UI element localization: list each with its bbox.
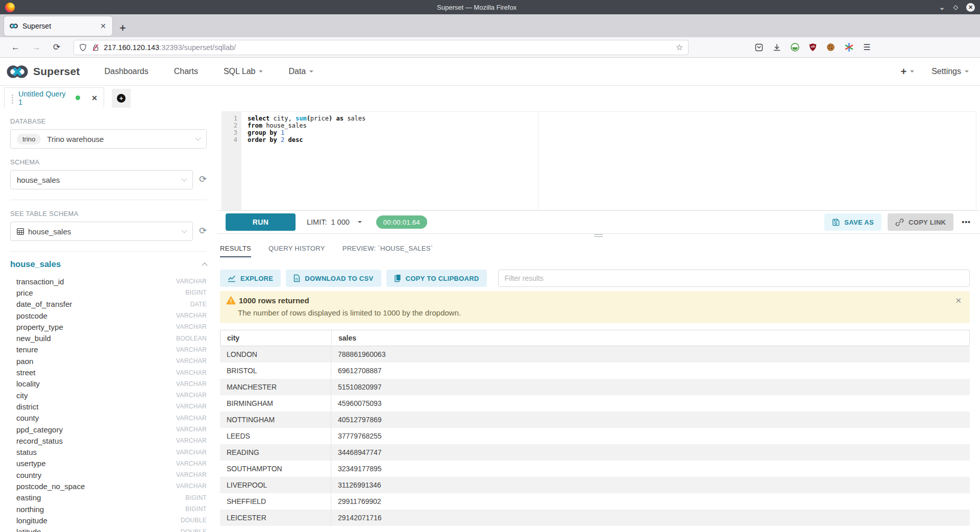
cell-sales: 51510820997 bbox=[331, 379, 970, 395]
close-window-button[interactable]: ✕ bbox=[966, 3, 975, 12]
editor-gutter: 1234 bbox=[222, 112, 241, 210]
column-type: DOUBLE bbox=[181, 517, 207, 524]
table-select[interactable]: house_sales bbox=[10, 222, 193, 241]
url-text[interactable]: 217.160.120.143:32393/superset/sqllab/ bbox=[104, 43, 676, 52]
explore-button[interactable]: EXPLORE bbox=[220, 270, 281, 287]
superset-navbar: Superset Dashboards Charts SQL Lab Data … bbox=[0, 58, 980, 86]
cell-city: BRISTOL bbox=[220, 362, 331, 379]
close-tab-icon[interactable]: ✕ bbox=[99, 22, 107, 30]
schema-value: house_sales bbox=[17, 176, 60, 184]
column-row: tenureVARCHAR bbox=[10, 344, 207, 355]
chart-icon bbox=[228, 275, 236, 282]
column-type: VARCHAR bbox=[176, 426, 207, 433]
tab-preview-house-sales[interactable]: PREVIEW: `HOUSE_SALES` bbox=[342, 245, 433, 257]
filter-results-input[interactable] bbox=[498, 270, 970, 287]
copy-clipboard-button[interactable]: COPY TO CLIPBOARD bbox=[386, 270, 487, 287]
cell-city: LEEDS bbox=[220, 428, 331, 444]
limit-value: 1 000 bbox=[331, 218, 349, 226]
table-schema-title[interactable]: house_sales bbox=[10, 259, 61, 269]
schema-select[interactable]: house_sales bbox=[10, 170, 193, 189]
forward-button[interactable]: → bbox=[26, 42, 47, 53]
close-alert-icon[interactable]: ✕ bbox=[955, 296, 962, 305]
column-type: VARCHAR bbox=[176, 460, 207, 467]
column-name: country bbox=[16, 471, 41, 479]
window-titlebar: Superset — Mozilla Firefox ⌄ ◇ ✕ bbox=[0, 0, 980, 14]
column-name: tenure bbox=[16, 345, 38, 354]
save-as-button[interactable]: SAVE AS bbox=[824, 213, 881, 231]
privacy-mask-icon[interactable] bbox=[791, 43, 799, 52]
nav-item-data[interactable]: Data bbox=[288, 67, 313, 76]
close-query-tab-icon[interactable]: ✕ bbox=[91, 94, 97, 102]
column-row: priceBIGINT bbox=[10, 287, 207, 298]
download-csv-button[interactable]: DOWNLOAD TO CSV bbox=[286, 270, 381, 287]
more-actions-button[interactable]: ••• bbox=[960, 218, 973, 226]
line-number: 3 bbox=[222, 129, 237, 136]
chevron-down-icon bbox=[181, 176, 187, 181]
maximize-button[interactable]: ◇ bbox=[953, 4, 958, 11]
settings-menu[interactable]: Settings bbox=[932, 67, 969, 76]
download-icon[interactable] bbox=[773, 43, 781, 52]
limit-dropdown[interactable]: LIMIT: 1 000 bbox=[307, 218, 362, 226]
shield-icon[interactable] bbox=[79, 43, 87, 52]
table-row: SHEFFIELD29911769902 bbox=[220, 493, 970, 510]
column-row: latitudeDOUBLE bbox=[10, 526, 207, 532]
query-tab-untitled-query-1[interactable]: Untitled Query 1 ✕ bbox=[4, 87, 104, 108]
ublock-shield-icon[interactable]: uB bbox=[809, 43, 817, 52]
column-type: VARCHAR bbox=[176, 449, 207, 456]
nav-item-dashboards[interactable]: Dashboards bbox=[104, 67, 148, 76]
results-table: city sales LONDON788861960063BRISTOL6961… bbox=[220, 330, 970, 526]
table-row: LONDON788861960063 bbox=[220, 346, 970, 362]
alert-body: The number of rows displayed is limited … bbox=[238, 308, 963, 317]
table-row: LEEDS37779768255 bbox=[220, 428, 970, 444]
column-header-sales[interactable]: sales bbox=[332, 330, 969, 346]
add-query-tab-button[interactable]: + bbox=[112, 89, 131, 108]
editor-toolbar: RUN LIMIT: 1 000 00:00:01.64 SAVE AS bbox=[217, 210, 980, 233]
collapse-chevron-icon[interactable] bbox=[202, 262, 207, 268]
extension-asterisk-icon[interactable] bbox=[845, 43, 853, 52]
browser-tab-superset[interactable]: Superset ✕ bbox=[4, 16, 112, 36]
cell-city: NOTTINGHAM bbox=[220, 412, 331, 428]
reload-button[interactable]: ⟳ bbox=[47, 42, 66, 53]
tab-results[interactable]: RESULTS bbox=[220, 245, 251, 257]
column-name: ppd_category bbox=[16, 425, 63, 434]
database-select[interactable]: trino Trino warehouse bbox=[10, 129, 207, 149]
window-shade-button[interactable]: ⌄ bbox=[939, 5, 945, 10]
new-tab-button[interactable]: + bbox=[119, 23, 126, 33]
limit-label: LIMIT: bbox=[307, 218, 327, 226]
bookmark-star-icon[interactable]: ☆ bbox=[676, 42, 683, 52]
database-label: DATABASE bbox=[10, 117, 207, 125]
back-button[interactable]: ← bbox=[5, 42, 26, 53]
nav-item-charts[interactable]: Charts bbox=[174, 67, 198, 76]
lock-crossed-icon[interactable] bbox=[92, 43, 100, 52]
drag-handle-icon[interactable] bbox=[12, 97, 13, 99]
hamburger-menu-icon[interactable]: ☰ bbox=[863, 42, 870, 52]
chevron-down-icon bbox=[910, 70, 914, 75]
table-grid-icon bbox=[17, 228, 24, 235]
column-header-city[interactable]: city bbox=[220, 330, 332, 346]
copy-link-button[interactable]: COPY LINK bbox=[888, 213, 953, 231]
database-value: Trino warehouse bbox=[47, 135, 104, 143]
refresh-tables-icon[interactable]: ⟳ bbox=[199, 225, 207, 236]
column-name: property_type bbox=[16, 323, 63, 331]
line-number: 1 bbox=[222, 115, 237, 122]
cookie-icon[interactable] bbox=[826, 43, 835, 52]
pane-splitter[interactable] bbox=[217, 233, 980, 237]
nav-item-sql-lab[interactable]: SQL Lab bbox=[224, 67, 263, 76]
add-new-button[interactable]: + bbox=[901, 66, 915, 78]
query-tab-bar: Untitled Query 1 ✕ + bbox=[0, 86, 980, 108]
table-row: SOUTHAMPTON32349177895 bbox=[220, 461, 970, 477]
superset-brand-link[interactable]: Superset bbox=[6, 65, 80, 79]
column-name: new_build bbox=[16, 334, 51, 343]
table-select-value: house_sales bbox=[28, 227, 71, 236]
sql-token: select bbox=[248, 115, 270, 122]
column-name: price bbox=[16, 288, 33, 297]
pocket-icon[interactable] bbox=[755, 43, 763, 52]
tab-query-history[interactable]: QUERY HISTORY bbox=[268, 245, 325, 257]
column-name: northing bbox=[16, 505, 44, 514]
url-bar[interactable]: 217.160.120.143:32393/superset/sqllab/ ☆ bbox=[74, 40, 689, 55]
column-row: postcode_no_spaceVARCHAR bbox=[10, 480, 207, 492]
refresh-schemas-icon[interactable]: ⟳ bbox=[199, 174, 207, 185]
sql-editor[interactable]: 1234 select city, sum(price) as salesfro… bbox=[222, 111, 976, 210]
run-button[interactable]: RUN bbox=[226, 213, 296, 231]
url-host: 217.160.120.143 bbox=[104, 43, 159, 52]
